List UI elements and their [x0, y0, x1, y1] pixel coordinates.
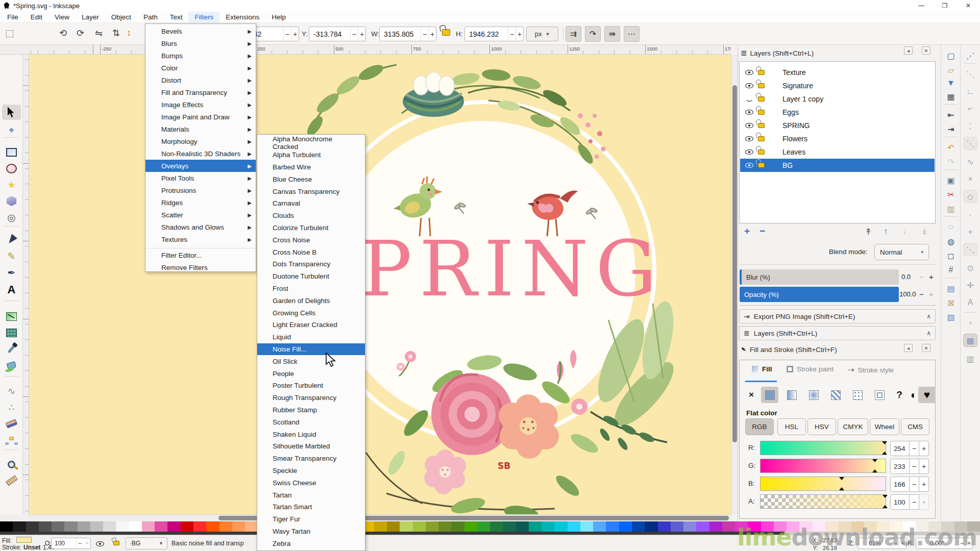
tool-button[interactable]: ★: [2, 177, 21, 192]
command-button[interactable]: ▱: [944, 63, 958, 77]
layer-visibility-icon[interactable]: [745, 123, 753, 128]
layer-lock-icon[interactable]: [113, 541, 119, 545]
filters-menu-item[interactable]: Shadows and Glows ▶: [145, 221, 256, 233]
palette-swatch[interactable]: [78, 521, 90, 532]
layer-row[interactable]: Signature: [740, 79, 935, 92]
snap-button[interactable]: ∙: [963, 208, 977, 221]
menu-bar-item[interactable]: Extensions: [219, 12, 265, 22]
palette-swatch[interactable]: [155, 521, 167, 532]
fill-indicator-swatch[interactable]: [16, 537, 32, 543]
palette-swatch[interactable]: [245, 521, 258, 532]
transform-toggle-button[interactable]: ⇛: [604, 26, 620, 42]
layer-visibility-icon[interactable]: [745, 163, 753, 168]
layer-lock-icon[interactable]: [758, 149, 765, 155]
channel-plus-button[interactable]: +: [919, 494, 929, 510]
layer-row[interactable]: Eggs: [740, 106, 935, 119]
command-button[interactable]: ▢: [944, 49, 958, 62]
layer-row[interactable]: Flowers: [740, 132, 935, 145]
swatch-button[interactable]: [871, 387, 888, 403]
command-button[interactable]: ▣: [944, 173, 958, 187]
palette-swatch[interactable]: [64, 521, 77, 532]
overlays-submenu-item[interactable]: Blue Cheese ▶: [257, 173, 365, 185]
panel-collapse-button[interactable]: ◂: [904, 46, 913, 55]
command-button[interactable]: ◻: [944, 249, 958, 262]
filters-menu-item[interactable]: Scatter ▶: [145, 209, 256, 221]
snap-button[interactable]: ▥: [963, 352, 977, 365]
filters-menu-item[interactable]: Filter Editor... ▶: [145, 249, 256, 261]
overlays-submenu-item[interactable]: Clouds ▶: [257, 210, 365, 222]
palette-swatch[interactable]: [658, 521, 671, 532]
filters-menu-item[interactable]: Morphology ▶: [145, 135, 256, 147]
no-paint-button[interactable]: ×: [743, 387, 760, 403]
opacity-plus-button[interactable]: +: [929, 290, 934, 298]
palette-swatch[interactable]: [129, 521, 142, 532]
layers-bar[interactable]: ≣ Layers (Shift+Ctrl+L) ∧: [739, 326, 936, 340]
palette-swatch[interactable]: [464, 521, 477, 532]
overlays-submenu-item[interactable]: Poster Turbulent ▶: [257, 380, 365, 392]
filters-menu-item[interactable]: Pixel Tools ▶: [145, 172, 256, 184]
remove-layer-button[interactable]: −: [760, 226, 765, 237]
vertical-ruler[interactable]: [23, 55, 29, 514]
channel-minus-button[interactable]: −: [910, 494, 919, 510]
palette-swatch[interactable]: [26, 521, 39, 532]
channel-value-field[interactable]: 166: [890, 477, 910, 492]
overlays-submenu-item[interactable]: Canvas Transparency ▶: [257, 185, 365, 197]
palette-swatch[interactable]: [593, 521, 606, 532]
palette-swatch[interactable]: [13, 521, 26, 532]
snap-button[interactable]: ⊙: [963, 261, 977, 274]
y-minus-button[interactable]: −: [350, 27, 358, 41]
layer-lock-icon[interactable]: [758, 163, 765, 168]
tool-button[interactable]: [2, 416, 21, 431]
palette-swatch[interactable]: [400, 521, 412, 532]
palette-swatch[interactable]: [232, 521, 245, 532]
palette-swatch[interactable]: [90, 521, 103, 532]
tool-button[interactable]: [2, 358, 21, 373]
filters-menu-item[interactable]: Textures ▶: [145, 233, 256, 245]
overlays-submenu-item[interactable]: Tartan ▶: [257, 489, 365, 501]
menu-bar-item[interactable]: View: [48, 12, 76, 22]
overlays-submenu-item[interactable]: Light Eraser Cracked ▶: [257, 319, 365, 331]
blur-slider[interactable]: Blur (%): [740, 269, 899, 285]
overlays-submenu-item[interactable]: Shaken Liquid ▶: [257, 428, 365, 440]
y-value[interactable]: -313.784: [309, 30, 350, 38]
tool-button[interactable]: [2, 105, 21, 120]
palette-swatch[interactable]: [619, 521, 632, 532]
layer-visibility-icon[interactable]: [745, 136, 753, 141]
filters-menu-item[interactable]: Bevels ▶: [145, 25, 256, 37]
lower-layer-button[interactable]: ↓: [902, 227, 907, 237]
panel-collapse-button[interactable]: ◂: [904, 344, 913, 352]
command-button[interactable]: [944, 169, 958, 170]
palette-swatch[interactable]: [39, 521, 52, 532]
command-button[interactable]: ⊠: [944, 296, 958, 309]
channel-minus-button[interactable]: −: [910, 477, 919, 492]
palette-swatch[interactable]: [438, 521, 451, 532]
command-button[interactable]: [944, 278, 958, 278]
layer-row[interactable]: Layer 1 copy: [740, 92, 935, 106]
overlays-submenu-item[interactable]: Colorize Turbulent ▶: [257, 222, 365, 234]
overlays-submenu-item[interactable]: Growing Cells ▶: [257, 307, 365, 319]
palette-swatch[interactable]: [52, 521, 64, 532]
overlays-submenu-item[interactable]: Tiger Fur ▶: [257, 513, 365, 525]
channel-plus-button[interactable]: +: [919, 477, 929, 492]
overlays-submenu-item[interactable]: Frost ▶: [257, 283, 365, 295]
transform-toggle-button[interactable]: ⇉: [566, 26, 581, 42]
overlays-submenu-item[interactable]: People ▶: [257, 367, 365, 380]
filters-menu-item[interactable]: ▶: [145, 245, 256, 249]
color-mode-button[interactable]: CMYK: [838, 418, 868, 435]
tool-button[interactable]: [2, 193, 21, 209]
color-mode-button[interactable]: Wheel: [870, 418, 899, 435]
layer-lock-icon[interactable]: [758, 83, 765, 88]
layer-visibility-icon[interactable]: [96, 541, 104, 546]
horizontal-scrollbar[interactable]: [29, 514, 731, 521]
palette-swatch[interactable]: [580, 521, 593, 532]
palette-swatch[interactable]: [503, 521, 516, 532]
tool-button[interactable]: [2, 325, 21, 340]
palette-swatch[interactable]: [542, 521, 554, 532]
tool-button[interactable]: [4, 226, 19, 227]
x-minus-button[interactable]: −: [283, 27, 291, 41]
overlays-submenu-item[interactable]: Noise Fill... ▶: [257, 343, 365, 356]
snap-button[interactable]: ∟: [963, 85, 977, 98]
snap-button[interactable]: ⋱: [963, 243, 977, 256]
tool-button[interactable]: [2, 473, 21, 488]
opacity-minus-button[interactable]: −: [919, 290, 924, 298]
